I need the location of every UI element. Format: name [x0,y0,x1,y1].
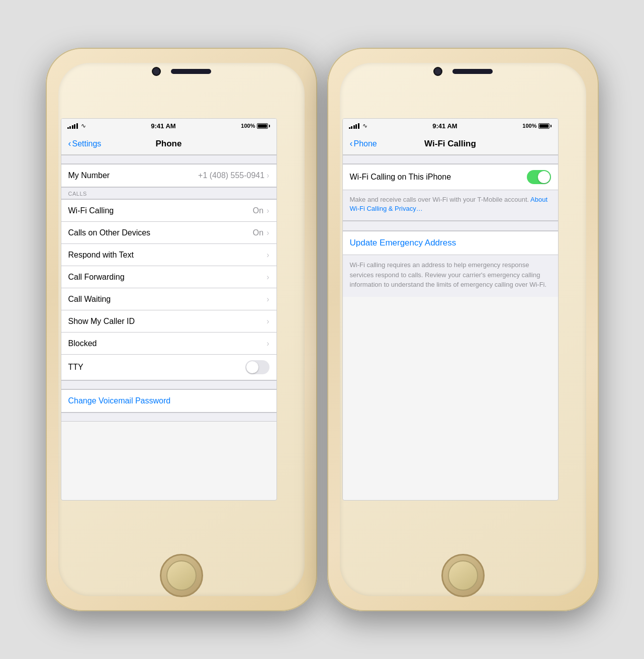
top-bar [46,63,317,76]
middle-spacer-row [61,380,277,389]
nav-title-wifi: Wi-Fi Calling [395,139,506,149]
tty-row[interactable]: TTY [61,355,277,380]
blocked-row[interactable]: Blocked › [61,333,277,355]
iphone-phone-settings: ∿ 9:41 AM 100% ‹ Settings Phone [46,48,317,611]
status-time-1: 9:41 AM [151,122,175,130]
nav-title-phone: Phone [114,139,224,149]
signal-strength-icon [67,123,78,129]
my-number-row[interactable]: My Number +1 (408) 555-0941 › [61,164,277,187]
calls-other-devices-chevron-icon: › [266,228,269,237]
calls-section-header: CALLS [61,187,277,199]
earpiece-speaker-2 [452,69,493,74]
home-button-2[interactable] [441,554,485,597]
respond-with-text-label: Respond with Text [68,251,267,260]
back-label-phone[interactable]: Phone [354,139,377,148]
call-waiting-chevron-icon: › [266,295,269,304]
wifi-mid-spacer [343,221,558,231]
respond-with-text-chevron-icon: › [266,251,269,260]
bottom-spacer-row [61,413,277,422]
status-left: ∿ [67,122,86,129]
wifi-calling-description: Make and receive calls over Wi-Fi with y… [343,190,558,221]
home-button-inner-1 [166,560,197,591]
phone-settings-screen: ∿ 9:41 AM 100% ‹ Settings Phone [61,118,277,501]
wifi-calling-screen: ∿ 9:41 AM 100% ‹ Phone Wi-Fi Calling [342,118,559,501]
my-number-value: +1 (408) 555-0941 [198,171,264,180]
signal-strength-icon-2 [349,123,359,129]
voicemail-label[interactable]: Change Voicemail Password [68,396,171,405]
wifi-calling-toggle-thumb [538,171,550,183]
tty-toggle[interactable] [245,360,269,374]
top-bar-2 [327,63,599,76]
wifi-calling-row[interactable]: Wi-Fi Calling On › [61,200,277,222]
calls-other-devices-value: On [253,228,263,237]
wifi-top-spacer [343,155,558,164]
emergency-description-text: Wi-Fi calling requires an address to hel… [350,261,547,288]
battery-icon-2 [538,123,551,129]
front-camera-icon-2 [433,67,442,76]
iphone-wifi-calling: ∿ 9:41 AM 100% ‹ Phone Wi-Fi Calling [327,48,599,611]
voicemail-row[interactable]: Change Voicemail Password [61,389,277,413]
blocked-chevron-icon: › [266,339,269,348]
wifi-calling-on-iphone-label: Wi-Fi Calling on This iPhone [350,173,527,182]
show-caller-id-label: Show My Caller ID [68,317,267,326]
home-button-1[interactable] [160,554,203,597]
camera-area [152,67,211,76]
wifi-calling-toggle[interactable] [527,170,551,184]
show-caller-id-row[interactable]: Show My Caller ID › [61,310,277,333]
calls-other-devices-label: Calls on Other Devices [68,228,253,237]
status-right-2: 100% [522,123,551,129]
nav-bar-phone: ‹ Settings Phone [61,133,277,155]
update-emergency-label[interactable]: Update Emergency Address [350,238,456,248]
nav-bar-wifi: ‹ Phone Wi-Fi Calling [343,133,558,155]
blocked-label: Blocked [68,339,267,348]
my-number-chevron-icon: › [266,171,269,180]
call-forwarding-row[interactable]: Call Forwarding › [61,266,277,288]
status-left-2: ∿ [349,122,367,129]
battery-percent-1: 100% [241,123,255,129]
front-camera-icon [152,67,161,76]
back-label-settings[interactable]: Settings [72,139,102,148]
call-forwarding-label: Call Forwarding [68,273,267,282]
top-spacer-row [61,155,277,164]
update-emergency-address-row[interactable]: Update Emergency Address [343,231,558,255]
home-button-inner-2 [448,560,478,591]
wifi-calling-label: Wi-Fi Calling [68,206,253,215]
wifi-calling-desc-text: Make and receive calls over Wi-Fi with y… [350,196,529,203]
back-chevron-icon-2: ‹ [350,138,353,149]
wifi-calling-chevron-icon: › [266,206,269,215]
status-bar-2: ∿ 9:41 AM 100% [343,119,558,133]
wifi-icon-2: ∿ [362,122,367,129]
nav-back-phone[interactable]: ‹ Phone [350,138,395,149]
respond-with-text-row[interactable]: Respond with Text › [61,244,277,266]
status-right-1: 100% [241,123,270,129]
tty-label: TTY [68,363,245,372]
status-bar-1: ∿ 9:41 AM 100% [61,119,277,133]
call-forwarding-chevron-icon: › [266,273,269,282]
battery-icon-1 [257,123,270,129]
battery-percent-2: 100% [522,123,536,129]
back-chevron-icon: ‹ [68,138,71,149]
earpiece-speaker [171,69,211,74]
emergency-description: Wi-Fi calling requires an address to hel… [343,255,558,297]
tty-toggle-thumb [246,361,258,373]
my-number-label: My Number [68,171,199,180]
wifi-icon: ∿ [81,122,86,129]
nav-back-settings[interactable]: ‹ Settings [68,138,114,149]
wifi-calling-on-iphone-row[interactable]: Wi-Fi Calling on This iPhone [343,164,558,190]
wifi-calling-value: On [253,206,263,215]
status-time-2: 9:41 AM [432,122,457,130]
call-waiting-label: Call Waiting [68,295,267,304]
my-number-group: My Number +1 (408) 555-0941 › [61,164,277,187]
calls-group: Wi-Fi Calling On › Calls on Other Device… [61,199,277,380]
call-waiting-row[interactable]: Call Waiting › [61,288,277,310]
show-caller-id-chevron-icon: › [266,317,269,326]
calls-other-devices-row[interactable]: Calls on Other Devices On › [61,222,277,244]
wifi-calling-toggle-group: Wi-Fi Calling on This iPhone [343,164,558,190]
camera-area-2 [433,67,493,76]
